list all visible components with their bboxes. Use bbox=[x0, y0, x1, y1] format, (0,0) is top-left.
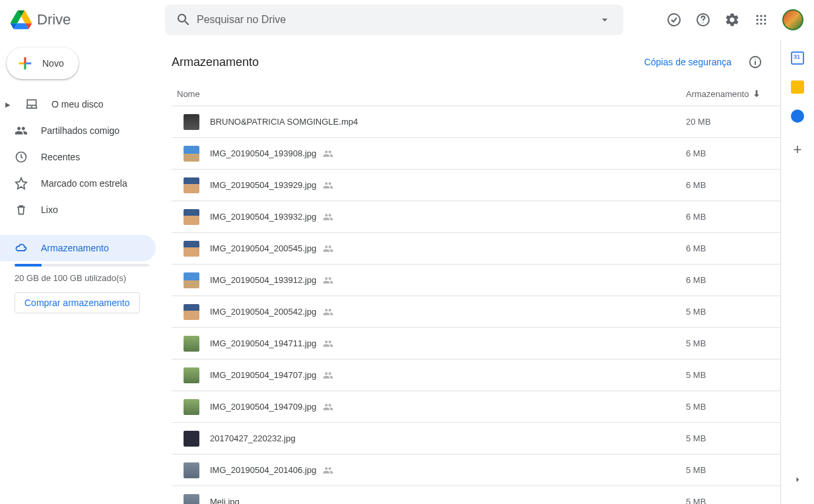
file-row[interactable]: IMG_20190504_193912.jpg6 MB bbox=[172, 265, 780, 296]
new-button[interactable]: Novo bbox=[7, 47, 79, 79]
shared-indicator-icon bbox=[323, 370, 333, 381]
svg-point-3 bbox=[757, 15, 759, 16]
collapse-rail-icon[interactable] bbox=[786, 468, 809, 491]
cloud-icon bbox=[15, 241, 28, 255]
search-options-dropdown-icon[interactable] bbox=[592, 7, 618, 33]
file-size: 5 MB bbox=[686, 307, 768, 317]
file-row[interactable]: Meli.jpg5 MB bbox=[172, 486, 780, 504]
account-avatar[interactable] bbox=[782, 9, 803, 30]
clock-icon bbox=[15, 150, 28, 164]
svg-point-9 bbox=[757, 22, 759, 24]
file-row[interactable]: IMG_20190504_193908.jpg6 MB bbox=[172, 138, 780, 170]
table-header: Nome Armazenamento bbox=[172, 84, 780, 106]
nav-shared[interactable]: Partilhados comigo bbox=[0, 117, 156, 144]
column-storage-label: Armazenamento bbox=[686, 89, 749, 99]
file-thumbnail bbox=[184, 241, 199, 257]
nav-label: Lixo bbox=[41, 205, 58, 215]
page-title: Armazenamento bbox=[172, 55, 259, 69]
svg-point-12 bbox=[32, 107, 32, 108]
top-bar: Drive bbox=[0, 0, 814, 40]
addons-plus-icon[interactable]: + bbox=[794, 141, 802, 158]
apps-grid-icon[interactable] bbox=[748, 7, 774, 33]
file-thumbnail bbox=[184, 177, 199, 193]
file-name: IMG_20190504_193908.jpg bbox=[210, 148, 686, 159]
file-size: 6 MB bbox=[686, 180, 768, 190]
nav-storage[interactable]: Armazenamento bbox=[0, 235, 156, 261]
file-name: IMG_20190504_200545.jpg bbox=[210, 243, 686, 254]
file-size: 5 MB bbox=[686, 497, 768, 504]
nav-label: Recentes bbox=[41, 152, 80, 162]
star-icon bbox=[15, 177, 28, 190]
nav-recent[interactable]: Recentes bbox=[0, 144, 156, 170]
info-icon[interactable] bbox=[742, 49, 768, 75]
logo-area[interactable]: Drive bbox=[8, 7, 165, 33]
file-thumbnail bbox=[184, 462, 199, 478]
file-row[interactable]: IMG_20190504_200545.jpg6 MB bbox=[172, 233, 780, 265]
storage-progress-bar bbox=[15, 264, 149, 267]
svg-point-15 bbox=[755, 59, 755, 60]
file-name: IMG_20190504_201406.jpg bbox=[210, 465, 686, 476]
file-row[interactable]: IMG_20190504_194709.jpg5 MB bbox=[172, 391, 780, 423]
column-name-header[interactable]: Nome bbox=[177, 89, 686, 99]
file-name: IMG_20190504_194707.jpg bbox=[210, 370, 686, 381]
tasks-icon[interactable] bbox=[791, 110, 804, 123]
backups-link[interactable]: Cópias de segurança bbox=[644, 57, 731, 67]
file-row[interactable]: IMG_20190504_193929.jpg6 MB bbox=[172, 170, 780, 201]
expand-arrow-icon[interactable]: ▶ bbox=[4, 101, 12, 108]
file-row[interactable]: IMG_20190504_194711.jpg5 MB bbox=[172, 328, 780, 360]
storage-summary: 20 GB de 100 GB utilizado(s) Comprar arm… bbox=[0, 261, 165, 313]
svg-point-4 bbox=[760, 15, 762, 16]
content: Armazenamento Cópias de segurança Nome A… bbox=[165, 40, 781, 504]
shared-icon bbox=[15, 124, 28, 137]
file-row[interactable]: IMG_20190504_200542.jpg5 MB bbox=[172, 296, 780, 328]
file-size: 5 MB bbox=[686, 338, 768, 348]
sidebar: Novo ▶ O meu disco Partilhados comigo Re… bbox=[0, 40, 165, 504]
file-row[interactable]: IMG_20190504_201406.jpg5 MB bbox=[172, 455, 780, 486]
file-name: IMG_20190504_193932.jpg bbox=[210, 212, 686, 222]
svg-point-6 bbox=[757, 18, 759, 20]
file-thumbnail bbox=[184, 431, 199, 447]
file-list[interactable]: BRUNO&PATRICIA SOMGINGLE.mp420 MBIMG_201… bbox=[172, 106, 780, 504]
storage-usage-text: 20 GB de 100 GB utilizado(s) bbox=[15, 273, 149, 283]
file-thumbnail bbox=[184, 114, 199, 130]
nav-trash[interactable]: Lixo bbox=[0, 197, 156, 223]
shared-indicator-icon bbox=[323, 180, 333, 191]
file-name: IMG_20190504_193929.jpg bbox=[210, 180, 686, 191]
search-input[interactable] bbox=[197, 14, 592, 26]
file-size: 5 MB bbox=[686, 402, 768, 412]
keep-icon[interactable] bbox=[791, 80, 804, 94]
file-row[interactable]: IMG_20190504_194707.jpg5 MB bbox=[172, 360, 780, 391]
file-thumbnail bbox=[184, 336, 199, 352]
shared-indicator-icon bbox=[323, 148, 333, 159]
body-area: Novo ▶ O meu disco Partilhados comigo Re… bbox=[0, 40, 814, 504]
file-name: IMG_20190504_200542.jpg bbox=[210, 307, 686, 317]
nav-label: Partilhados comigo bbox=[41, 125, 119, 136]
drive-logo-icon bbox=[8, 7, 34, 33]
file-thumbnail bbox=[184, 272, 199, 288]
main: Armazenamento Cópias de segurança Nome A… bbox=[165, 40, 814, 504]
column-storage-header[interactable]: Armazenamento bbox=[686, 88, 768, 99]
shared-indicator-icon bbox=[323, 275, 333, 286]
ready-offline-icon[interactable] bbox=[661, 7, 687, 33]
nav-list: ▶ O meu disco Partilhados comigo Recente… bbox=[0, 91, 165, 261]
file-row[interactable]: 20170427_220232.jpg5 MB bbox=[172, 423, 780, 455]
file-size: 6 MB bbox=[686, 243, 768, 253]
file-size: 6 MB bbox=[686, 212, 768, 222]
nav-label: Armazenamento bbox=[41, 243, 109, 253]
calendar-icon[interactable] bbox=[791, 51, 804, 65]
buy-storage-button[interactable]: Comprar armazenamento bbox=[15, 292, 140, 313]
search-box[interactable] bbox=[165, 5, 623, 35]
new-button-label: Novo bbox=[42, 58, 64, 69]
right-rail: + bbox=[781, 40, 814, 504]
shared-indicator-icon bbox=[323, 243, 333, 254]
svg-point-7 bbox=[760, 18, 762, 20]
settings-gear-icon[interactable] bbox=[719, 7, 745, 33]
file-row[interactable]: BRUNO&PATRICIA SOMGINGLE.mp420 MB bbox=[172, 106, 780, 138]
nav-starred[interactable]: Marcado com estrela bbox=[0, 170, 156, 197]
trash-icon bbox=[15, 203, 28, 216]
nav-my-drive[interactable]: ▶ O meu disco bbox=[0, 91, 156, 117]
help-icon[interactable] bbox=[690, 7, 716, 33]
search-icon[interactable] bbox=[170, 7, 197, 33]
file-row[interactable]: IMG_20190504_193932.jpg6 MB bbox=[172, 201, 780, 233]
svg-point-2 bbox=[702, 22, 704, 23]
